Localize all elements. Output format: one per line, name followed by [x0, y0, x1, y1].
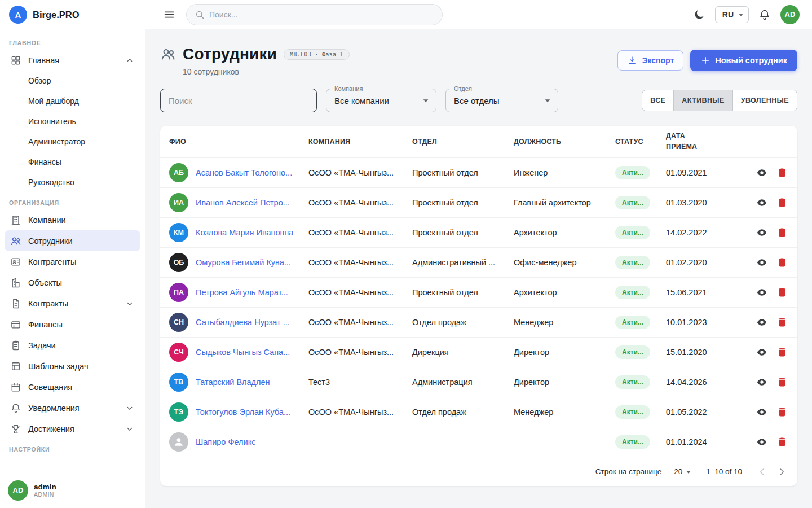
new-employee-button[interactable]: Новый сотрудник [690, 50, 797, 71]
chevron-down-icon [125, 403, 135, 413]
view-button[interactable] [753, 194, 770, 211]
view-button[interactable] [753, 404, 770, 421]
global-search-input[interactable] [209, 10, 434, 19]
page-content: Сотрудники M8.F03 · Фаза 1 10 сотруднико… [145, 29, 812, 508]
language-select[interactable]: RU [715, 6, 749, 23]
sidebar-item[interactable]: Компании [5, 209, 140, 230]
employee-name-link[interactable]: Козлова Мария Ивановна [196, 228, 293, 237]
view-button[interactable] [753, 224, 770, 241]
brand[interactable]: A Birge.PRO [0, 0, 145, 29]
employee-name-cell: СЧСыдыков Чынгыз Сапа... [160, 343, 308, 362]
dark-mode-button[interactable] [691, 7, 707, 23]
employee-actions [751, 164, 797, 181]
delete-button[interactable] [774, 404, 791, 421]
employee-name-link[interactable]: Асанов Бакыт Тологоно... [196, 168, 292, 177]
employee-department: — [412, 437, 514, 446]
delete-button[interactable] [774, 224, 791, 241]
menu-button[interactable] [161, 7, 177, 23]
department-select[interactable]: Отдел Все отделы [445, 89, 558, 112]
employee-name-link[interactable]: Омурова Бегимай Кува... [196, 258, 291, 267]
previous-page-button[interactable] [754, 464, 770, 480]
employee-name-link[interactable]: Токтогулов Эрлан Куба... [196, 408, 290, 417]
menu-icon [163, 8, 175, 21]
employee-avatar: КМ [169, 223, 188, 242]
view-button[interactable] [753, 314, 770, 331]
employee-name-link[interactable]: Татарский Владлен [196, 378, 270, 387]
sidebar-item[interactable]: Шаблоны задач [5, 356, 140, 376]
sidebar-item[interactable]: Сотрудники [5, 230, 140, 251]
employee-hire-date: 01.09.2021 [666, 168, 751, 177]
employee-search-input[interactable] [160, 89, 317, 112]
export-button[interactable]: Экспорт [617, 50, 683, 71]
delete-button[interactable] [774, 254, 791, 271]
company-select[interactable]: Компания Все компании [326, 89, 436, 112]
status-tab[interactable]: УВОЛЕННЫЕ [732, 90, 797, 111]
delete-button[interactable] [774, 314, 791, 331]
employee-department: Отдел продаж [412, 408, 514, 417]
sidebar-subitem[interactable]: Администратор [5, 132, 140, 152]
employee-avatar: ПА [169, 283, 188, 302]
eye-icon [756, 197, 767, 208]
sidebar-subitem[interactable]: Обзор [5, 71, 140, 91]
delete-button[interactable] [774, 284, 791, 301]
sidebar-item[interactable]: Финансы [5, 314, 140, 335]
view-button[interactable] [753, 374, 770, 391]
trash-icon [776, 287, 788, 298]
status-tab[interactable]: ВСЕ [642, 90, 673, 111]
employee-name-cell: ТВТатарский Владлен [160, 373, 308, 392]
employee-name-link[interactable]: Шапиро Феликс [196, 437, 255, 446]
view-button[interactable] [753, 254, 770, 271]
employee-name-link[interactable]: Сатыбалдиева Нурзат ... [196, 318, 290, 327]
sidebar-item[interactable]: Контрагенты [5, 251, 140, 272]
employee-row: ОБОмурова Бегимай Кува...ОсОО «ТМА-Чынгы… [160, 247, 797, 277]
delete-button[interactable] [774, 374, 791, 391]
employee-name-link[interactable]: Сыдыков Чынгыз Сапа... [196, 348, 290, 357]
sidebar-item[interactable]: Главная [5, 50, 140, 71]
next-page-button[interactable] [774, 464, 789, 480]
employee-company: ОсОО «ТМА-Чынгыз... [308, 318, 412, 327]
employee-name-link[interactable]: Петрова Айгуль Марат... [196, 288, 288, 297]
sidebar-subitem[interactable]: Финансы [5, 152, 140, 172]
sidebar-subitem[interactable]: Мой дашборд [5, 91, 140, 111]
sidebar-item[interactable]: Достижения [5, 418, 140, 439]
search-icon [195, 10, 205, 20]
topbar-avatar[interactable]: AD [780, 5, 800, 24]
rows-per-page-select[interactable]: 20 [674, 467, 694, 477]
sidebar-item[interactable]: Контракты [5, 293, 140, 314]
sidebar-subitem[interactable]: Исполнитель [5, 111, 140, 132]
view-button[interactable] [753, 284, 770, 301]
employee-hire-date: 14.04.2026 [666, 378, 751, 387]
employee-status-cell: Акти... [615, 196, 666, 209]
trash-icon [776, 317, 788, 328]
employee-actions [751, 374, 797, 391]
sidebar-item[interactable]: Объекты [5, 272, 140, 293]
view-button[interactable] [753, 164, 770, 181]
sidebar-item[interactable]: Уведомления [5, 397, 140, 418]
employee-status-cell: Акти... [615, 166, 666, 179]
notifications-button[interactable] [757, 7, 773, 23]
delete-button[interactable] [774, 164, 791, 181]
view-button[interactable] [753, 433, 770, 450]
sidebar-item[interactable]: Совещания [5, 376, 140, 397]
delete-button[interactable] [774, 433, 791, 450]
employee-actions [751, 314, 797, 331]
sidebar-item[interactable]: Задачи [5, 335, 140, 356]
trophy-icon [10, 423, 21, 435]
chevron-up-icon [125, 55, 135, 65]
eye-icon [756, 317, 767, 328]
employee-department: Проектный отдел [412, 198, 514, 207]
delete-button[interactable] [774, 344, 791, 361]
employee-name-link[interactable]: Иванов Алексей Петро... [196, 198, 290, 207]
topbar-search[interactable] [186, 4, 443, 25]
sidebar-user[interactable]: AD admin ADMIN [0, 472, 145, 508]
sidebar-subitem[interactable]: Руководство [5, 172, 140, 192]
delete-button[interactable] [774, 194, 791, 211]
status-badge: Акти... [615, 196, 650, 209]
status-tab[interactable]: АКТИВНЫЕ [673, 90, 732, 111]
sidebar-item-label: Компании [28, 216, 66, 225]
sidebar-section-title: НАСТРОЙКИ [5, 439, 140, 456]
employee-row: КМКозлова Мария ИвановнаОсОО «ТМА-Чынгыз… [160, 217, 797, 247]
avatar-initials: ИА [174, 199, 184, 207]
view-button[interactable] [753, 344, 770, 361]
employee-name-cell: АБАсанов Бакыт Тологоно... [160, 163, 308, 182]
